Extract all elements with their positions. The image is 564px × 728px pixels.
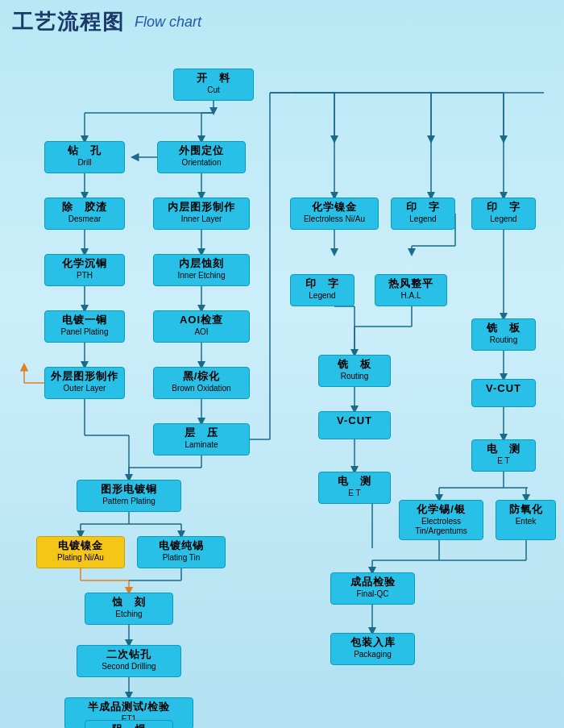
box-en-electroless_tin: Electroless Tin/Argentums xyxy=(404,517,478,536)
box-cn-second_drilling: 二次钻孔 xyxy=(82,648,176,662)
box-en-entek: Entek xyxy=(501,517,550,526)
box-cn-solder_mask: 阻 焊 xyxy=(90,723,168,728)
box-en-inner_etching: Inner Etching xyxy=(159,271,244,281)
title-en: Flow chart xyxy=(135,14,201,31)
box-inner_etching: 内层蚀刻Inner Etching xyxy=(153,254,250,286)
box-hal: 热风整平H.A.L xyxy=(375,274,447,306)
box-cn-brown_oxidation: 黑/棕化 xyxy=(159,370,244,384)
box-electroless_niau: 化学镍金Electroless Ni/Au xyxy=(290,198,379,230)
box-et_main: 电 测E T xyxy=(318,472,391,504)
box-solder_mask: 阻 焊Solder Mask xyxy=(85,720,173,728)
box-cn-orientation: 外围定位 xyxy=(163,144,240,158)
box-cn-legend3: 印 字 xyxy=(296,277,349,291)
box-cn-aoi: AOI检查 xyxy=(159,314,244,327)
box-en-hal: H.A.L xyxy=(380,291,442,301)
box-laminate: 层 压Laminate xyxy=(153,423,250,456)
box-en-outer_layer: Outer Layer xyxy=(50,384,119,393)
box-en-brown_oxidation: Brown Oxidation xyxy=(159,384,244,393)
box-second_drilling: 二次钻孔Second Drilling xyxy=(77,645,181,677)
box-en-et_right: E T xyxy=(477,456,530,466)
box-cn-laminate: 层 压 xyxy=(159,426,244,440)
box-en-inner_layer: Inner Layer xyxy=(159,214,244,224)
box-aoi: AOI检查AOI xyxy=(153,310,250,343)
box-cn-routing_main: 铣 板 xyxy=(324,358,385,372)
box-en-second_drilling: Second Drilling xyxy=(82,662,176,672)
box-en-legend3: Legend xyxy=(296,291,349,301)
box-vcut_main: V-CUT xyxy=(318,411,391,439)
box-legend1: 印 字Legend xyxy=(391,198,455,230)
box-final_qc: 成品检验Final-QC xyxy=(330,572,415,605)
box-en-packaging: Packaging xyxy=(336,650,409,659)
box-cn-electroless_niau: 化学镍金 xyxy=(296,201,373,214)
box-legend2: 印 字Legend xyxy=(471,198,536,230)
box-electroless_tin: 化学锡/银Electroless Tin/Argentums xyxy=(399,500,483,540)
box-cn-drill: 钻 孔 xyxy=(50,144,119,158)
box-cn-et1: 半成品测试/检验 xyxy=(70,701,188,714)
box-en-plating_niau: Plating Ni/Au xyxy=(42,553,119,563)
box-cn-outer_layer: 外层图形制作 xyxy=(50,370,119,384)
box-en-etching: Etching xyxy=(90,609,168,619)
box-cn-final_qc: 成品检验 xyxy=(336,576,409,589)
box-en-pth: PTH xyxy=(50,271,119,281)
box-orientation: 外围定位Orientation xyxy=(157,141,246,173)
box-panel_plating: 电镀一铜Panel Plating xyxy=(44,310,125,343)
box-en-cut: Cut xyxy=(179,85,248,95)
box-en-legend1: Legend xyxy=(396,214,450,224)
box-en-et_main: E T xyxy=(324,489,385,498)
box-inner_layer: 内层图形制作Inner Layer xyxy=(153,198,250,230)
box-routing_main: 铣 板Routing xyxy=(318,355,391,387)
box-pth: 化学沉铜PTH xyxy=(44,254,125,286)
box-cn-packaging: 包装入库 xyxy=(336,636,409,650)
box-cn-plating_niau: 电镀镍金 xyxy=(42,539,119,553)
box-drill: 钻 孔Drill xyxy=(44,141,125,173)
box-cn-electroless_tin: 化学锡/银 xyxy=(404,503,478,517)
box-cn-etching: 蚀 刻 xyxy=(90,596,168,609)
box-en-electroless_niau: Electroless Ni/Au xyxy=(296,214,373,224)
box-desmear: 除 胶渣Desmear xyxy=(44,198,125,230)
box-en-legend2: Legend xyxy=(477,214,530,224)
box-en-aoi: AOI xyxy=(159,327,244,337)
box-cn-plating_tin: 电镀纯锡 xyxy=(143,539,220,553)
box-en-panel_plating: Panel Plating xyxy=(50,327,119,337)
box-cn-panel_plating: 电镀一铜 xyxy=(50,314,119,327)
box-et_right: 电 测E T xyxy=(471,439,536,472)
box-en-routing_main: Routing xyxy=(324,372,385,381)
box-cn-et_right: 电 测 xyxy=(477,443,530,456)
chart-area: 开 料Cut钻 孔Drill外围定位Orientation除 胶渣Desmear… xyxy=(12,44,560,728)
box-cn-vcut_main: V-CUT xyxy=(324,414,385,428)
box-en-drill: Drill xyxy=(50,158,119,168)
header: 工艺流程图 Flow chart xyxy=(12,8,552,36)
box-outer_layer: 外层图形制作Outer Layer xyxy=(44,367,125,399)
box-cn-cut: 开 料 xyxy=(179,72,248,85)
box-cn-hal: 热风整平 xyxy=(380,277,442,291)
page: 工艺流程图 Flow chart xyxy=(0,0,564,728)
box-cn-entek: 防氧化 xyxy=(501,503,550,517)
box-cn-pattern_plating: 图形电镀铜 xyxy=(82,483,176,497)
box-entek: 防氧化Entek xyxy=(496,500,556,540)
box-cn-inner_etching: 内层蚀刻 xyxy=(159,257,244,271)
box-packaging: 包装入库Packaging xyxy=(330,633,415,665)
box-en-laminate: Laminate xyxy=(159,440,244,450)
box-en-final_qc: Final-QC xyxy=(336,589,409,599)
box-etching: 蚀 刻Etching xyxy=(85,593,173,625)
box-cn-routing_left: 铣 板 xyxy=(477,322,530,335)
box-cn-et_main: 电 测 xyxy=(324,475,385,489)
box-cn-legend2: 印 字 xyxy=(477,201,530,214)
box-en-routing_left: Routing xyxy=(477,335,530,345)
box-en-orientation: Orientation xyxy=(163,158,240,168)
box-plating_niau: 电镀镍金Plating Ni/Au xyxy=(36,536,125,568)
box-en-plating_tin: Plating Tin xyxy=(143,553,220,563)
box-pattern_plating: 图形电镀铜Pattern Plating xyxy=(77,480,181,512)
box-vcut_left: V-CUT xyxy=(471,379,536,407)
box-legend3: 印 字Legend xyxy=(290,274,355,306)
box-cn-pth: 化学沉铜 xyxy=(50,257,119,271)
box-cn-inner_layer: 内层图形制作 xyxy=(159,201,244,214)
box-plating_tin: 电镀纯锡Plating Tin xyxy=(137,536,226,568)
box-brown_oxidation: 黑/棕化Brown Oxidation xyxy=(153,367,250,399)
title-cn: 工艺流程图 xyxy=(12,8,125,36)
box-cn-legend1: 印 字 xyxy=(396,201,450,214)
box-cn-vcut_left: V-CUT xyxy=(477,382,530,396)
box-cn-desmear: 除 胶渣 xyxy=(50,201,119,214)
box-cut: 开 料Cut xyxy=(173,69,254,101)
box-en-desmear: Desmear xyxy=(50,214,119,224)
